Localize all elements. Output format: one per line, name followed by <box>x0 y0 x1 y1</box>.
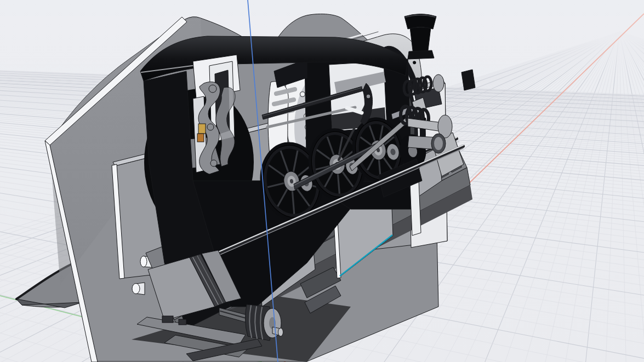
copper-fitting <box>197 134 204 142</box>
brass-fitting <box>198 124 206 134</box>
lamp-iron <box>461 70 475 90</box>
peg-knob <box>132 284 140 294</box>
3d-viewport[interactable] <box>0 0 644 362</box>
